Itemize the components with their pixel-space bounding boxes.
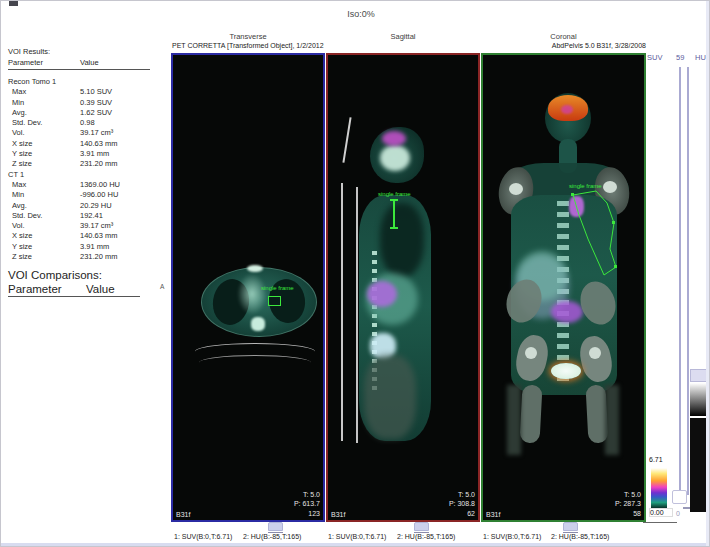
- window-setting-hu-3[interactable]: 2: HU(B:-85,T:165): [551, 533, 609, 540]
- scout-line: [342, 117, 351, 163]
- table-row: Z size231.20 mm: [8, 159, 160, 169]
- roi-marker: [393, 201, 395, 227]
- window-edge-strip: [706, 1, 710, 547]
- slice-info: T: 5.0 P: 613.7 123: [294, 490, 320, 519]
- window-setting-suv-1[interactable]: 1: SUV(B:0,T:6.71): [174, 533, 232, 540]
- series-label: B31f: [486, 511, 500, 518]
- param-column-header: Parameter: [8, 58, 80, 67]
- window-setting-suv-3[interactable]: 1: SUV(B:0,T:6.71): [483, 533, 541, 540]
- slice-thickness: T: 5.0: [449, 490, 475, 500]
- slice-number: 62: [449, 509, 475, 519]
- suv-colorbar: [651, 468, 667, 508]
- table-row: Vol.39.17 cm³: [8, 128, 160, 138]
- table-row: Std. Dev.0.98: [8, 118, 160, 128]
- table-row: X size140.63 mm: [8, 139, 160, 149]
- group-name: CT 1: [8, 170, 160, 180]
- table-row: X size140.63 mm: [8, 231, 160, 241]
- slice-info: T: 5.0 P: 308.8 62: [449, 490, 475, 519]
- viewport-sagittal[interactable]: single frame B31f T: 5.0 P: 308.8 62: [326, 53, 480, 522]
- hu-scale-label: HU: [695, 53, 706, 62]
- roi-polygon[interactable]: [483, 55, 644, 520]
- viewport-coronal[interactable]: single frame B31f T: 5.0 P: 287.3 58: [481, 53, 646, 522]
- pet-ct-viewer-window: Iso:0% VOI Results: ParameterValue Recon…: [0, 0, 710, 547]
- slice-thickness: T: 5.0: [294, 490, 320, 500]
- view-title-transverse: Transverse: [171, 32, 325, 41]
- table-row: Avg.20.29 HU: [8, 201, 160, 211]
- series-description-transverse: PET CORRETTA [Transformed Object], 1/2/2…: [172, 42, 482, 49]
- table-row: Min0.39 SUV: [8, 98, 160, 108]
- table-row: Vol.39.17 cm³: [8, 221, 160, 231]
- window-setting-hu-1[interactable]: 2: HU(B:-85,T:165): [243, 533, 301, 540]
- voi-results-panel: VOI Results: ParameterValue Recon Tomo 1…: [8, 47, 160, 262]
- table-row: Z size231.20 mm: [8, 252, 160, 262]
- roi-marker: [390, 227, 398, 229]
- group-name: Recon Tomo 1: [8, 77, 160, 87]
- window-corner-mark: [9, 1, 18, 6]
- view-title-coronal: Coronal: [481, 32, 646, 41]
- voi-results-title: VOI Results:: [8, 47, 160, 56]
- value-column-header: Value: [80, 58, 99, 67]
- slice-info: T: 5.0 P: 287.3 58: [615, 490, 641, 519]
- window-spinner[interactable]: [414, 522, 429, 531]
- hu-slider-track[interactable]: [687, 67, 689, 495]
- slice-position: P: 613.7: [294, 499, 320, 509]
- slice-position: P: 308.8: [449, 499, 475, 509]
- window-setting-suv-2[interactable]: 1: SUV(B:0,T:6.71): [328, 533, 386, 540]
- series-label: B31f: [176, 511, 190, 518]
- roi-marker[interactable]: [268, 296, 281, 306]
- table-row: Std. Dev.192.41: [8, 211, 160, 221]
- sagittal-fusion-image: [328, 55, 478, 520]
- slice-number: 123: [294, 509, 320, 519]
- voi-comparisons-title: VOI Comparisons:: [8, 269, 168, 281]
- colorbar-underline: [643, 522, 677, 523]
- suv-slider-handle[interactable]: [672, 490, 687, 504]
- roi-annotation-label: single frame: [261, 285, 294, 291]
- roi-annotation-label: single frame: [378, 191, 411, 197]
- suv-scale-value: 59: [676, 53, 684, 62]
- window-spinner[interactable]: [268, 522, 283, 531]
- axial-fusion-image: [173, 55, 323, 520]
- slice-number: 58: [615, 509, 641, 519]
- table-row: Avg.1.62 SUV: [8, 108, 160, 118]
- table-row: Y size3.91 mm: [8, 149, 160, 159]
- table-row: Max5.10 SUV: [8, 87, 160, 97]
- scanner-table-line: [356, 187, 358, 443]
- window-setting-hu-2[interactable]: 2: HU(B:-85,T:165): [397, 533, 455, 540]
- suv-scale-label: SUV: [647, 53, 662, 62]
- series-description-coronal: AbdPelvis 5.0 B31f, 3/28/2008: [481, 42, 646, 49]
- slider-zero-label: 0: [676, 510, 680, 517]
- window-spinner[interactable]: [563, 522, 578, 531]
- colorbar-max-value: 6.71: [649, 456, 671, 463]
- colorbar-min-value: 0.00: [649, 508, 673, 517]
- suv-slider-track[interactable]: [679, 67, 681, 501]
- voi-comparisons-header: ParameterValue: [8, 283, 140, 297]
- table-row: Max1369.00 HU: [8, 180, 160, 190]
- voi-comparisons-panel: VOI Comparisons: ParameterValue: [8, 269, 168, 297]
- scanner-table-line: [341, 183, 343, 441]
- view-title-sagittal: Sagittal: [326, 32, 480, 41]
- iso-level-label: Iso:0%: [301, 9, 421, 19]
- table-row: Y size3.91 mm: [8, 242, 160, 252]
- table-row: Min-996.00 HU: [8, 190, 160, 200]
- slice-position: P: 287.3: [615, 499, 641, 509]
- slice-thickness: T: 5.0: [615, 490, 641, 500]
- voi-results-header: ParameterValue: [8, 58, 150, 70]
- panel-marker: A: [160, 283, 164, 290]
- series-label: B31f: [331, 511, 345, 518]
- voi-results-rows: Recon Tomo 1 Max5.10 SUV Min0.39 SUV Avg…: [8, 77, 160, 262]
- viewport-transverse[interactable]: single frame B31f T: 5.0 P: 613.7 123: [171, 53, 325, 522]
- roi-annotation-label: single frame: [569, 183, 602, 189]
- window-edge-strip: [1, 543, 710, 547]
- scanner-table-line: [199, 355, 311, 370]
